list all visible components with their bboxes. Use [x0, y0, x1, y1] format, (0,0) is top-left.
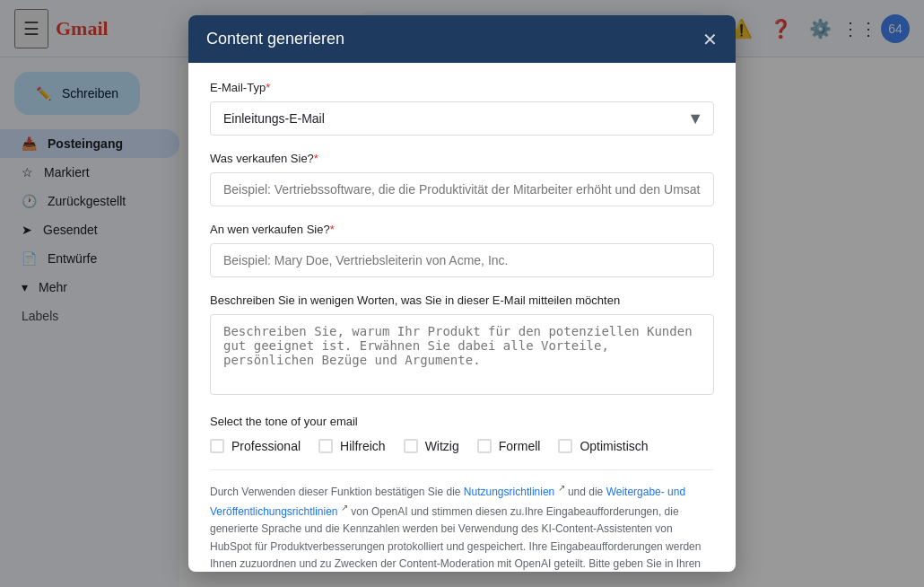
tone-optimistisch-checkbox[interactable]	[558, 439, 572, 453]
content-generate-modal: Content generieren ✕ E-Mail-Typ* Einleit…	[188, 15, 736, 572]
tone-witzig-label: Witzig	[425, 439, 459, 453]
tone-optimistisch[interactable]: Optimistisch	[558, 439, 648, 453]
tone-witzig[interactable]: Witzig	[404, 439, 459, 453]
tone-optimistisch-label: Optimistisch	[580, 439, 648, 453]
tone-label: Select the tone of your email	[210, 415, 714, 428]
tone-professional-label: Professional	[231, 439, 301, 453]
external-link-icon-1: ↗	[558, 483, 565, 493]
disclaimer-text-2: und die	[568, 486, 606, 498]
tone-helpful-label: Hilfreich	[340, 439, 386, 453]
nutzungsrichtlinien-link[interactable]: Nutzungsrichtlinien	[464, 486, 554, 498]
tone-options: Professional Hilfreich Witzig Formell	[210, 439, 714, 453]
tone-group: Select the tone of your email Profession…	[210, 415, 714, 453]
modal-close-button[interactable]: ✕	[702, 31, 718, 48]
email-type-select-wrapper: Einleitungs-E-MailFolge-E-MailAngebots-E…	[210, 101, 714, 136]
modal-overlay: Content generieren ✕ E-Mail-Typ* Einleit…	[0, 0, 924, 587]
sell-to-label: An wen verkaufen Sie?*	[210, 223, 714, 236]
describe-group: Beschreiben Sie in wenigen Worten, was S…	[210, 294, 714, 399]
tone-professional-checkbox[interactable]	[210, 439, 224, 453]
email-type-select[interactable]: Einleitungs-E-MailFolge-E-MailAngebots-E…	[210, 101, 714, 136]
tone-helpful-checkbox[interactable]	[318, 439, 333, 453]
tone-helpful[interactable]: Hilfreich	[318, 439, 386, 453]
describe-label: Beschreiben Sie in wenigen Worten, was S…	[210, 294, 714, 307]
sell-what-group: Was verkaufen Sie?*	[210, 152, 714, 206]
tone-formell[interactable]: Formell	[477, 439, 541, 453]
sell-to-group: An wen verkaufen Sie?*	[210, 223, 714, 277]
sell-what-input[interactable]	[210, 172, 714, 206]
modal-header: Content generieren ✕	[188, 15, 736, 63]
sell-what-label: Was verkaufen Sie?*	[210, 152, 714, 165]
tone-formell-label: Formell	[499, 439, 541, 453]
tone-witzig-checkbox[interactable]	[404, 439, 418, 453]
disclaimer: Durch Verwenden dieser Funktion bestätig…	[210, 469, 714, 572]
tone-professional[interactable]: Professional	[210, 439, 301, 453]
modal-title: Content generieren	[206, 30, 344, 48]
tone-formell-checkbox[interactable]	[477, 439, 492, 453]
email-type-label: E-Mail-Typ*	[210, 81, 714, 94]
external-link-icon-2: ↗	[341, 503, 348, 513]
sell-to-input[interactable]	[210, 243, 714, 277]
email-type-group: E-Mail-Typ* Einleitungs-E-MailFolge-E-Ma…	[210, 81, 714, 136]
describe-textarea[interactable]	[210, 314, 714, 395]
disclaimer-text-1: Durch Verwenden dieser Funktion bestätig…	[210, 486, 464, 498]
modal-body: E-Mail-Typ* Einleitungs-E-MailFolge-E-Ma…	[188, 63, 736, 572]
